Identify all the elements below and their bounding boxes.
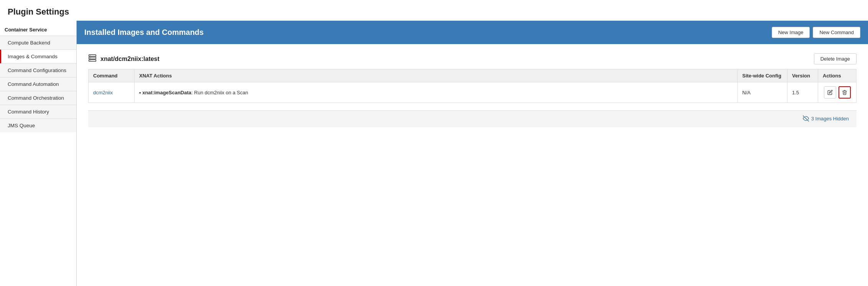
- eye-off-icon: [803, 115, 809, 122]
- trash-icon: [842, 90, 847, 95]
- content-header-title: Installed Images and Commands: [84, 28, 204, 37]
- sidebar: Container Service Compute Backend Images…: [0, 21, 77, 286]
- page-title: Plugin Settings: [0, 0, 868, 21]
- content-header: Installed Images and Commands New Image …: [77, 21, 868, 44]
- image-title-group: xnat/dcm2niix:latest: [88, 54, 159, 64]
- cell-version: 1.5: [787, 82, 818, 103]
- content-area: Installed Images and Commands New Image …: [77, 21, 868, 286]
- cell-site-config: N/A: [738, 82, 787, 103]
- action-buttons: [823, 86, 852, 99]
- svg-point-5: [90, 60, 90, 61]
- page-wrapper: Plugin Settings Container Service Comput…: [0, 0, 868, 286]
- new-image-button[interactable]: New Image: [772, 27, 810, 38]
- svg-rect-2: [89, 60, 96, 62]
- svg-point-4: [90, 58, 90, 58]
- edit-command-button[interactable]: [824, 86, 836, 99]
- svg-rect-0: [89, 55, 96, 57]
- col-header-xnat-actions: XNAT Actions: [135, 69, 738, 82]
- table-body: dcm2niix xnat:imageScanData: Run dcm2nii…: [89, 82, 856, 103]
- cell-command: dcm2niix: [89, 82, 135, 103]
- server-icon: [88, 54, 97, 64]
- delete-command-button[interactable]: [838, 86, 851, 99]
- cell-xnat-actions: xnat:imageScanData: Run dcm2niix on a Sc…: [135, 82, 738, 103]
- svg-rect-1: [89, 57, 96, 59]
- image-section: xnat/dcm2niix:latest Delete Image Comman…: [88, 53, 856, 103]
- image-name: xnat/dcm2niix:latest: [100, 56, 159, 62]
- hidden-images-text: 3 Images Hidden: [811, 116, 849, 122]
- command-link[interactable]: dcm2niix: [93, 90, 113, 95]
- sidebar-item-command-configurations[interactable]: Command Configurations: [0, 63, 76, 77]
- table-row: dcm2niix xnat:imageScanData: Run dcm2nii…: [89, 82, 856, 103]
- sidebar-item-jms-queue[interactable]: JMS Queue: [0, 118, 76, 132]
- delete-image-button[interactable]: Delete Image: [814, 53, 856, 64]
- svg-point-3: [90, 55, 90, 56]
- hidden-images-footer: 3 Images Hidden: [88, 110, 856, 127]
- xnat-action-desc: : Run dcm2niix on a Scan: [191, 90, 248, 95]
- sidebar-item-command-history[interactable]: Command History: [0, 105, 76, 118]
- col-header-site-config: Site-wide Config: [738, 69, 787, 82]
- main-layout: Container Service Compute Backend Images…: [0, 21, 868, 286]
- sidebar-section-label: Container Service: [0, 25, 76, 36]
- image-header: xnat/dcm2niix:latest Delete Image: [88, 53, 856, 64]
- table-header-row: Command XNAT Actions Site-wide Config Ve…: [89, 69, 856, 82]
- sidebar-item-compute-backend[interactable]: Compute Backend: [0, 36, 76, 49]
- table-header: Command XNAT Actions Site-wide Config Ve…: [89, 69, 856, 82]
- content-body: xnat/dcm2niix:latest Delete Image Comman…: [77, 44, 868, 136]
- edit-icon: [827, 90, 833, 95]
- col-header-actions: Actions: [818, 69, 856, 82]
- hidden-images-link[interactable]: 3 Images Hidden: [803, 115, 849, 122]
- xnat-action-name: xnat:imageScanData: [142, 90, 191, 95]
- sidebar-item-command-orchestration[interactable]: Command Orchestration: [0, 91, 76, 105]
- new-command-button[interactable]: New Command: [813, 27, 860, 38]
- commands-table: Command XNAT Actions Site-wide Config Ve…: [88, 69, 856, 103]
- sidebar-item-command-automation[interactable]: Command Automation: [0, 77, 76, 91]
- cell-actions: [818, 82, 856, 103]
- header-buttons: New Image New Command: [772, 27, 860, 38]
- sidebar-item-images-commands[interactable]: Images & Commands: [0, 49, 76, 63]
- col-header-command: Command: [89, 69, 135, 82]
- col-header-version: Version: [787, 69, 818, 82]
